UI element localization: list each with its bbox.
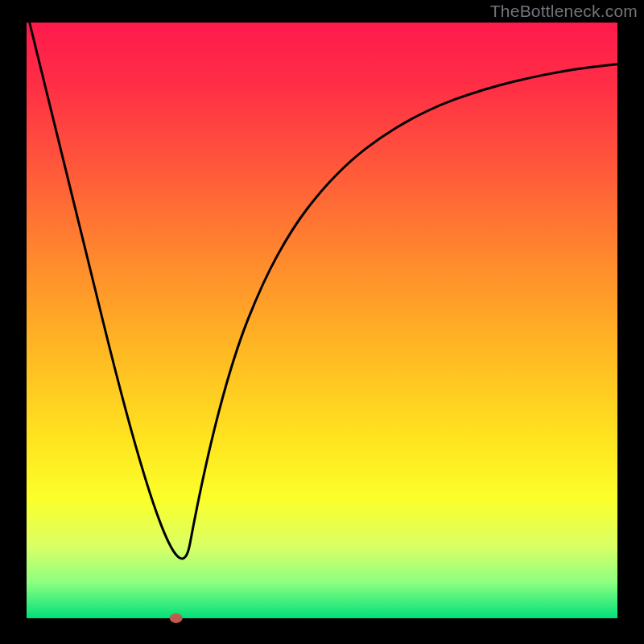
chart-svg — [0, 0, 644, 644]
minimum-marker — [170, 613, 183, 623]
plot-background — [27, 23, 617, 618]
watermark-label: TheBottleneck.com — [490, 2, 638, 21]
chart-canvas: TheBottleneck.com — [0, 0, 644, 644]
